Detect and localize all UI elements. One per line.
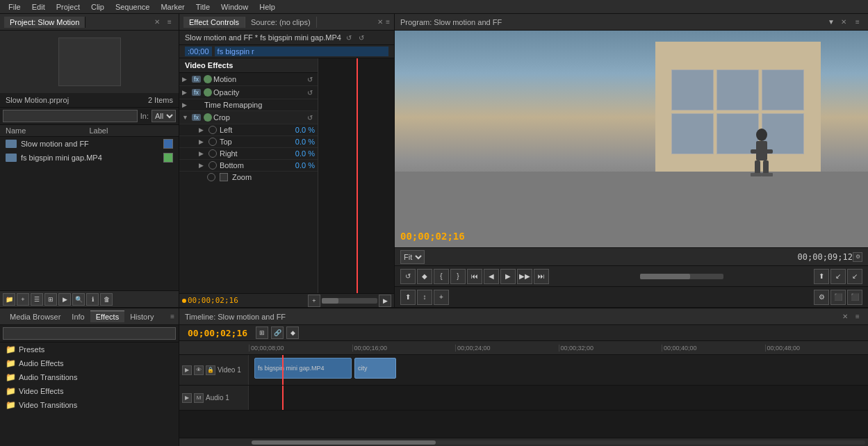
pm-settings-btn[interactable]: ⚙ — [853, 252, 862, 262]
ep-video-transitions-item[interactable]: 📁 Video Transitions — [0, 398, 179, 412]
pm-close-btn[interactable]: ✕ — [839, 17, 849, 27]
pm-export-btn[interactable]: ⬆ — [814, 269, 829, 284]
ep-tab-history[interactable]: History — [124, 311, 159, 322]
pm-zoom-btn[interactable]: + — [434, 290, 449, 305]
menu-title[interactable]: Title — [190, 3, 215, 11]
ec-scroll-bar[interactable] — [322, 298, 377, 304]
ec-timecode[interactable]: :00;00 — [185, 47, 212, 56]
pm-btn-extra2[interactable]: ⬛ — [847, 290, 862, 305]
tl-scrollbar[interactable] — [179, 438, 868, 446]
ec-value-right[interactable]: 0.0 % — [287, 149, 315, 158]
ep-tab-effects[interactable]: Effects — [90, 311, 124, 322]
menu-marker[interactable]: Marker — [155, 3, 190, 11]
tl-track-lock-btn[interactable]: 🔒 — [206, 365, 215, 375]
ec-crop-bottom-row[interactable]: ▶ Bottom 0.0 % — [179, 160, 318, 172]
ep-tab-info[interactable]: Info — [66, 311, 90, 322]
pm-overlay-btn[interactable]: ↙ — [847, 269, 862, 284]
icon-view-btn[interactable]: ⊞ — [44, 293, 57, 306]
pm-dropdown-arrow[interactable]: ▼ — [828, 18, 835, 26]
pm-extract-btn[interactable]: ↕ — [417, 290, 432, 305]
new-item-btn[interactable]: + — [17, 293, 29, 306]
tl-scroll-track[interactable] — [252, 440, 865, 445]
ep-audio-effects-item[interactable]: 📁 Audio Effects — [0, 356, 179, 370]
menu-project[interactable]: Project — [51, 3, 85, 11]
tl-current-time[interactable]: 00;00;02;16 — [182, 328, 253, 338]
tl-menu-btn[interactable]: ≡ — [853, 312, 862, 322]
ep-panel-menu[interactable]: ≡ — [170, 313, 174, 320]
menu-file[interactable]: File — [3, 3, 26, 11]
pm-in-btn[interactable]: { — [434, 269, 449, 284]
ec-reset-crop[interactable]: ↺ — [305, 113, 315, 122]
menu-help[interactable]: Help — [254, 3, 281, 11]
pm-out-btn[interactable]: } — [450, 269, 466, 284]
tl-playhead[interactable] — [282, 355, 284, 385]
in-select[interactable]: All — [152, 110, 176, 122]
ec-effect-timeremapping[interactable]: ▶ Time Remapping — [179, 99, 318, 111]
project-panel-menu[interactable]: ≡ — [165, 17, 174, 27]
info-btn[interactable]: ℹ — [86, 293, 99, 306]
ec-value-left[interactable]: 0.0 % — [287, 126, 315, 134]
pm-insert-btn[interactable]: ↙ — [830, 269, 846, 284]
menu-clip[interactable]: Clip — [85, 3, 110, 11]
list-view-btn[interactable]: ☰ — [31, 293, 43, 306]
delete-btn[interactable]: 🗑 — [100, 293, 113, 306]
ec-crop-left-row[interactable]: ▶ Left 0.0 % — [179, 124, 318, 136]
ec-effect-opacity[interactable]: ▶ fx Opacity ↺ — [179, 86, 318, 99]
ec-value-top[interactable]: 0.0 % — [287, 138, 315, 146]
pm-fit-select[interactable]: Fit — [400, 250, 425, 264]
project-panel-close[interactable]: ✕ — [152, 17, 162, 27]
tl-track-toggle-btn[interactable]: ▶ — [182, 365, 192, 375]
ec-zoom-out-btn[interactable]: ▶ — [379, 295, 391, 307]
ec-crop-top-row[interactable]: ▶ Top 0.0 % — [179, 136, 318, 148]
tl-audio-toggle-btn[interactable]: ▶ — [182, 393, 192, 403]
tl-audio-mute-btn[interactable]: M — [194, 393, 204, 403]
automate-btn[interactable]: ▶ — [58, 293, 71, 306]
ec-effect-crop[interactable]: ▼ fx Crop ↺ — [179, 111, 318, 124]
ec-tab-source[interactable]: Source: (no clips) — [245, 17, 317, 28]
project-search-input[interactable] — [3, 110, 138, 122]
list-item[interactable]: Slow motion and FF — [0, 137, 179, 151]
ec-zoom-in-btn[interactable]: + — [308, 295, 320, 307]
tl-track-eye-btn[interactable]: 👁 — [194, 365, 204, 375]
new-bin-btn[interactable]: 📁 — [3, 293, 15, 306]
tl-clip-1[interactable]: fs bigspin mini gap.MP4 — [254, 358, 352, 379]
tl-snap-btn[interactable]: ⊞ — [256, 327, 268, 339]
pm-play-btn[interactable]: ▶ — [500, 269, 516, 284]
ec-panel-close[interactable]: ✕ — [377, 18, 383, 26]
ec-effect-motion[interactable]: ▶ fx Motion ↺ — [179, 73, 318, 86]
pm-btn-extra1[interactable]: ⬛ — [830, 290, 846, 305]
ec-reset-motion[interactable]: ↺ — [305, 74, 315, 84]
ep-audio-transitions-item[interactable]: 📁 Audio Transitions — [0, 370, 179, 384]
ec-reset-btn[interactable]: ↺ — [344, 33, 354, 42]
pm-lift-btn[interactable]: ⬆ — [400, 290, 416, 305]
pm-loop-btn[interactable]: ↺ — [400, 269, 416, 284]
ec-tab-effect-controls[interactable]: Effect Controls — [183, 17, 245, 28]
tl-close-btn[interactable]: ✕ — [840, 312, 850, 322]
menu-window[interactable]: Window — [215, 3, 254, 11]
project-tab[interactable]: Project: Slow Motion — [4, 17, 85, 28]
pm-volume-slider[interactable] — [640, 274, 723, 279]
menu-sequence[interactable]: Sequence — [110, 3, 156, 11]
ec-reset-opacity[interactable]: ↺ — [305, 88, 315, 97]
pm-settings-btn2[interactable]: ⚙ — [814, 290, 829, 305]
ec-crop-right-row[interactable]: ▶ Right 0.0 % — [179, 148, 318, 160]
menu-edit[interactable]: Edit — [26, 3, 51, 11]
list-item[interactable]: fs bigspin mini gap.MP4 — [0, 151, 179, 165]
ec-reset-btn2[interactable]: ↺ — [357, 33, 366, 42]
pm-marker-btn[interactable]: ◆ — [417, 269, 432, 284]
tl-clip-2[interactable]: city — [354, 358, 396, 379]
tl-magnet-btn[interactable]: 🔗 — [271, 327, 284, 339]
find-btn[interactable]: 🔍 — [72, 293, 85, 306]
tl-video-content[interactable]: fs bigspin mini gap.MP4 city — [249, 355, 868, 385]
ep-presets-item[interactable]: 📁 Presets — [0, 342, 179, 356]
pm-menu-btn[interactable]: ≡ — [853, 17, 862, 27]
ep-search-input[interactable] — [3, 327, 176, 340]
ec-value-bottom[interactable]: 0.0 % — [287, 161, 315, 170]
pm-step-fwd-btn[interactable]: ▶▶ — [517, 269, 532, 284]
ep-tab-media-browser[interactable]: Media Browser — [4, 311, 66, 322]
ec-panel-menu[interactable]: ≡ — [386, 18, 390, 26]
ec-zoom-checkbox[interactable] — [220, 173, 228, 181]
tl-audio-content[interactable] — [249, 386, 868, 410]
pm-next-btn[interactable]: ⏭ — [534, 269, 549, 284]
pm-step-back-btn[interactable]: ◀ — [484, 269, 499, 284]
